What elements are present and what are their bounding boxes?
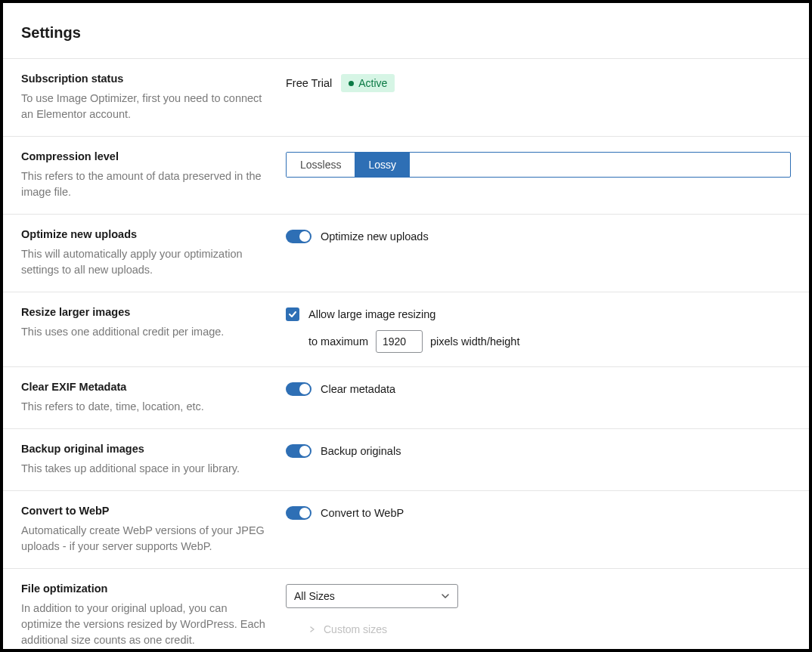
subscription-plan: Free Trial <box>286 77 332 89</box>
section-subscription: Subscription status To use Image Optimiz… <box>3 59 809 137</box>
subscription-heading: Subscription status <box>21 73 268 85</box>
compression-desc: This refers to the amount of data preser… <box>21 168 268 200</box>
check-icon <box>288 310 297 319</box>
subscription-desc: To use Image Optimizer, first you need t… <box>21 91 268 122</box>
lossless-button[interactable]: Lossless <box>287 153 355 177</box>
file-opt-heading: File optimization <box>21 582 268 595</box>
resize-checkbox-label: Allow large image resizing <box>308 308 435 320</box>
exif-desc: This refers to date, time, location, etc… <box>21 399 268 415</box>
section-compression: Compression level This refers to the amo… <box>3 137 809 215</box>
file-opt-desc: In addition to your original upload, you… <box>21 601 268 648</box>
exif-toggle-label: Clear metadata <box>321 383 395 395</box>
status-label: Active <box>358 77 387 89</box>
status-dot-icon <box>349 81 354 86</box>
custom-sizes-label: Custom sizes <box>324 623 387 635</box>
page-title: Settings <box>3 3 809 58</box>
backup-toggle[interactable] <box>286 444 311 458</box>
section-optimize-uploads: Optimize new uploads This will automatic… <box>3 215 809 292</box>
resize-checkbox[interactable] <box>286 307 299 321</box>
section-exif: Clear EXIF Metadata This refers to date,… <box>3 367 809 429</box>
optimize-uploads-heading: Optimize new uploads <box>21 228 268 240</box>
resize-suffix: pixels width/height <box>430 335 520 348</box>
webp-heading: Convert to WebP <box>21 505 268 517</box>
status-badge: Active <box>341 74 395 92</box>
compression-toggle-group: Lossless Lossy <box>286 152 791 178</box>
backup-toggle-label: Backup originals <box>321 445 401 457</box>
exif-toggle[interactable] <box>286 382 311 396</box>
section-resize: Resize larger images This uses one addit… <box>3 292 809 367</box>
chevron-down-icon <box>441 592 450 601</box>
resize-desc: This uses one additional credit per imag… <box>21 324 268 340</box>
webp-toggle-label: Convert to WebP <box>321 507 404 519</box>
webp-desc: Automatically create WebP versions of yo… <box>21 523 268 555</box>
section-webp: Convert to WebP Automatically create Web… <box>3 491 809 569</box>
section-file-opt: File optimization In addition to your or… <box>3 569 809 652</box>
backup-desc: This takes up additional space in your l… <box>21 461 268 477</box>
file-opt-select-value: All Sizes <box>294 590 335 602</box>
exif-heading: Clear EXIF Metadata <box>21 381 268 393</box>
backup-heading: Backup original images <box>21 443 268 455</box>
resize-heading: Resize larger images <box>21 306 268 318</box>
optimize-uploads-toggle[interactable] <box>286 230 311 243</box>
optimize-uploads-desc: This will automatically apply your optim… <box>21 246 268 278</box>
file-opt-select[interactable]: All Sizes <box>286 584 458 608</box>
optimize-uploads-toggle-label: Optimize new uploads <box>321 230 429 243</box>
lossy-button[interactable]: Lossy <box>355 153 410 177</box>
custom-sizes-option: Custom sizes <box>308 623 791 635</box>
webp-toggle[interactable] <box>286 506 311 520</box>
section-backup: Backup original images This takes up add… <box>3 429 809 491</box>
chevron-right-icon <box>308 626 316 633</box>
resize-max-input[interactable] <box>376 330 423 353</box>
resize-prefix: to maximum <box>308 335 368 348</box>
compression-heading: Compression level <box>21 150 268 162</box>
